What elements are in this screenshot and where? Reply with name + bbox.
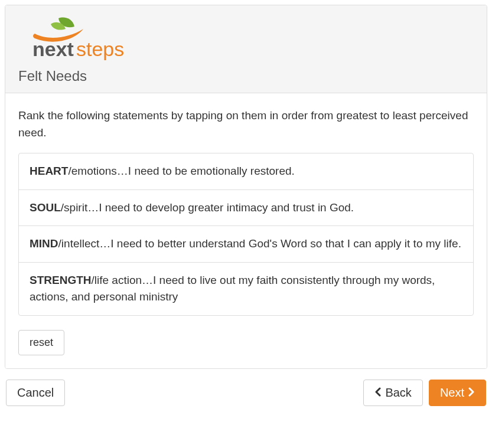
main-panel: next steps Felt Needs Rank the following… xyxy=(5,5,487,369)
footer-buttons: Cancel Back Next xyxy=(5,380,487,406)
panel-body: Rank the following statements by tapping… xyxy=(5,93,487,368)
nextsteps-logo-icon: next steps xyxy=(18,16,142,62)
chevron-left-icon xyxy=(374,386,382,400)
back-label: Back xyxy=(385,386,411,400)
list-item[interactable]: STRENGTH/life action…I need to live out … xyxy=(19,263,473,315)
list-item-bold: STRENGTH xyxy=(30,274,92,286)
reset-button[interactable]: reset xyxy=(18,330,64,355)
list-item[interactable]: HEART/emotions…I need to be emotionally … xyxy=(19,153,473,190)
instructions-text: Rank the following statements by tapping… xyxy=(18,107,474,141)
right-button-group: Back Next xyxy=(363,380,486,406)
panel-header: next steps Felt Needs xyxy=(5,5,487,93)
logo: next steps xyxy=(18,16,142,64)
next-label: Next xyxy=(440,386,464,400)
chevron-right-icon xyxy=(468,386,475,400)
list-item-bold: HEART xyxy=(30,165,68,177)
next-button[interactable]: Next xyxy=(429,380,486,406)
list-item-bold: SOUL xyxy=(30,201,61,214)
cancel-label: Cancel xyxy=(17,386,54,400)
list-item-rest: /intellect…I need to better understand G… xyxy=(58,237,461,250)
cancel-button[interactable]: Cancel xyxy=(6,380,65,406)
list-item[interactable]: SOUL/spirit…I need to develop greater in… xyxy=(19,190,473,227)
list-item-rest: /spirit…I need to develop greater intima… xyxy=(61,201,354,214)
ranking-list: HEART/emotions…I need to be emotionally … xyxy=(18,153,474,316)
logo-text-steps: steps xyxy=(76,38,124,60)
list-item[interactable]: MIND/intellect…I need to better understa… xyxy=(19,226,473,263)
list-item-bold: MIND xyxy=(30,237,58,250)
list-item-rest: /emotions…I need to be emotionally resto… xyxy=(68,165,294,177)
back-button[interactable]: Back xyxy=(363,380,422,406)
logo-text-next: next xyxy=(32,38,74,60)
page-title: Felt Needs xyxy=(18,68,474,84)
